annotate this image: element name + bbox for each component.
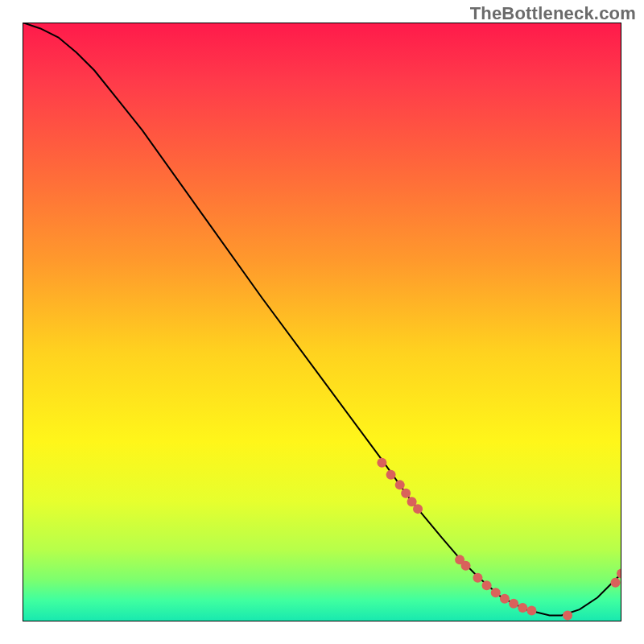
chart-svg xyxy=(23,23,621,621)
scatter-point xyxy=(377,458,386,468)
scatter-point xyxy=(473,573,482,583)
scatter-point xyxy=(500,594,510,604)
scatter-point xyxy=(395,480,405,489)
scatter-point xyxy=(491,588,501,597)
watermark-label: TheBottleneck.com xyxy=(470,3,636,24)
scatter-point xyxy=(518,603,527,613)
scatter-point xyxy=(526,606,536,616)
scatter-point xyxy=(509,599,518,609)
scatter-point xyxy=(563,611,572,621)
scatter-point xyxy=(611,578,621,588)
gradient-background xyxy=(23,23,621,621)
plot-area xyxy=(23,23,621,621)
scatter-point xyxy=(413,504,423,514)
chart-container: TheBottleneck.com xyxy=(0,0,644,644)
scatter-point xyxy=(461,561,471,571)
scatter-point xyxy=(401,489,411,498)
scatter-point xyxy=(386,470,396,480)
scatter-point xyxy=(482,580,492,590)
